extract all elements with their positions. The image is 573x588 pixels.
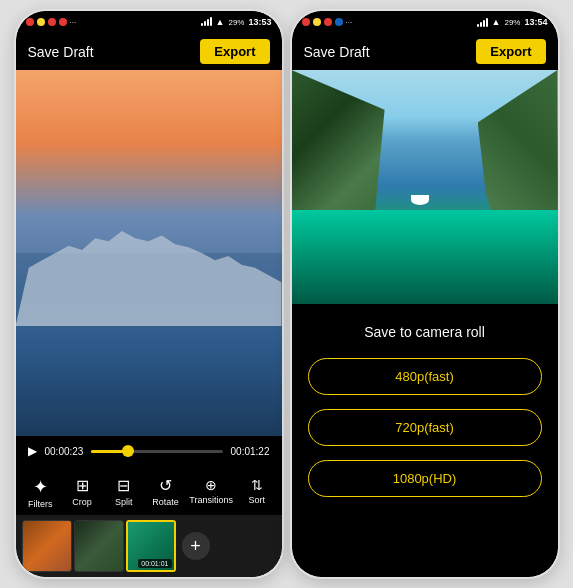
battery-percent-2: 29% <box>504 18 520 27</box>
save-draft-label-2: Save Draft <box>304 44 370 60</box>
status-dots-text-2: ··· <box>346 18 353 27</box>
signal-bar-4 <box>210 17 212 26</box>
rotate-label: Rotate <box>152 497 179 507</box>
santorini-buildings <box>16 180 282 326</box>
video-preview-1 <box>16 70 282 436</box>
dot-red-3 <box>59 18 67 26</box>
dot-yellow-2 <box>313 18 321 26</box>
tool-rotate[interactable]: ↺ Rotate <box>148 478 184 509</box>
signal-icon <box>201 16 212 28</box>
export-option-1080p[interactable]: 1080p(HD) <box>308 460 542 497</box>
phone-2: ··· ▲ 29% 13:54 Save Draft Expo <box>290 9 560 579</box>
toolbar: ✦ Filters ⊞ Crop ⊟ Split ↺ Rotate ⊕ Tr <box>16 470 282 515</box>
dot-red-2 <box>48 18 56 26</box>
signal-bar-3 <box>207 19 209 26</box>
add-clip-button[interactable]: + <box>182 532 210 560</box>
scrubber-thumb[interactable] <box>122 445 134 457</box>
filmstrip-duration: 00:01:01 <box>138 559 171 568</box>
status-icons-left: ··· <box>26 18 77 27</box>
crop-label: Crop <box>72 497 92 507</box>
filmstrip-thumb-2[interactable] <box>74 520 124 572</box>
time-display: ▶ 00:00:23 00:01:22 <box>28 444 270 458</box>
status-bar-2: ··· ▲ 29% 13:54 <box>292 11 558 33</box>
filmstrip: 00:01:01 + <box>16 515 282 577</box>
filters-label: Filters <box>28 499 53 509</box>
phone-1-inner: ··· ▲ 29% 13:53 <box>16 11 282 577</box>
signal-bar-2 <box>204 21 206 26</box>
status-time-2: 13:54 <box>524 17 547 27</box>
dot-yellow-1 <box>37 18 45 26</box>
filters-icon: ✦ <box>33 478 48 496</box>
video-preview-2 <box>292 70 558 304</box>
export-button-1[interactable]: Export <box>200 39 269 64</box>
krabi-boat <box>411 195 429 205</box>
status-icons-left-2: ··· <box>302 18 353 27</box>
rotate-icon: ↺ <box>159 478 172 494</box>
status-time-1: 13:53 <box>248 17 271 27</box>
time-total: 00:01:22 <box>231 446 270 457</box>
split-label: Split <box>115 497 133 507</box>
dot-red-4 <box>302 18 310 26</box>
split-icon: ⊟ <box>117 478 130 494</box>
sort-label: Sort <box>248 495 265 505</box>
tool-split[interactable]: ⊟ Split <box>106 478 142 509</box>
export-button-2[interactable]: Export <box>476 39 545 64</box>
phones-container: ··· ▲ 29% 13:53 <box>6 1 568 587</box>
top-bar-2: Save Draft Export <box>292 33 558 70</box>
scrubber-track[interactable] <box>91 450 222 453</box>
export-dialog-title: Save to camera roll <box>364 324 485 340</box>
tool-filters[interactable]: ✦ Filters <box>22 478 58 509</box>
filmstrip-thumb-1[interactable] <box>22 520 72 572</box>
dot-red-1 <box>26 18 34 26</box>
timeline-area: ▶ 00:00:23 00:01:22 <box>16 436 282 470</box>
wifi-icon-2: ▲ <box>492 17 501 27</box>
krabi-water <box>292 210 558 303</box>
phone-1: ··· ▲ 29% 13:53 <box>14 9 284 579</box>
play-button[interactable]: ▶ <box>28 444 37 458</box>
export-dialog: Save to camera roll 480p(fast) 720p(fast… <box>292 304 558 578</box>
save-draft-label-1: Save Draft <box>28 44 94 60</box>
status-right-2: ▲ 29% 13:54 <box>477 17 548 27</box>
tool-sort[interactable]: ⇅ Sort <box>239 478 275 509</box>
status-dots-text: ··· <box>70 18 77 27</box>
transitions-icon: ⊕ <box>205 478 217 492</box>
tool-crop[interactable]: ⊞ Crop <box>64 478 100 509</box>
wifi-icon: ▲ <box>216 17 225 27</box>
transitions-label: Transitions <box>189 495 233 505</box>
dot-blue-1 <box>335 18 343 26</box>
status-bar-1: ··· ▲ 29% 13:53 <box>16 11 282 33</box>
phone-2-inner: ··· ▲ 29% 13:54 Save Draft Expo <box>292 11 558 577</box>
export-option-480p[interactable]: 480p(fast) <box>308 358 542 395</box>
sort-icon: ⇅ <box>251 478 263 492</box>
status-right-1: ▲ 29% 13:53 <box>201 16 272 28</box>
top-bar-1: Save Draft Export <box>16 33 282 70</box>
scene-santorini <box>16 70 282 436</box>
dot-red-5 <box>324 18 332 26</box>
tool-transitions[interactable]: ⊕ Transitions <box>189 478 233 509</box>
signal-bar-1 <box>201 23 203 26</box>
filmstrip-thumb-3[interactable]: 00:01:01 <box>126 520 176 572</box>
crop-icon: ⊞ <box>76 478 89 494</box>
export-option-720p[interactable]: 720p(fast) <box>308 409 542 446</box>
signal-icon-2 <box>477 17 488 27</box>
battery-percent: 29% <box>228 18 244 27</box>
time-current: 00:00:23 <box>45 446 84 457</box>
scene-krabi <box>292 70 558 304</box>
